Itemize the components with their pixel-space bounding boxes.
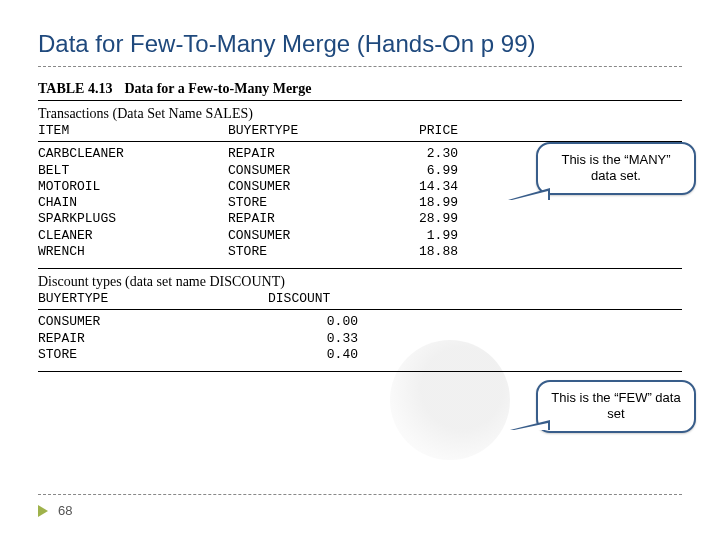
discount-header-buyertype: BUYERTYPE <box>38 291 228 307</box>
table-row: CHAINSTORE18.99 <box>38 195 682 211</box>
callout-few-pointer <box>510 420 550 430</box>
slide-title: Data for Few-To-Many Merge (Hands-On p 9… <box>0 0 720 66</box>
cell: SPARKPLUGS <box>38 211 228 227</box>
sales-header-buyertype: BUYERTYPE <box>228 123 378 139</box>
title-underline <box>38 66 682 67</box>
table-number: TABLE 4.13 <box>38 81 112 97</box>
cell: CONSUMER <box>228 163 378 179</box>
cell: REPAIR <box>38 331 228 347</box>
cell: MOTOROIL <box>38 179 228 195</box>
cell: 0.40 <box>228 347 358 363</box>
callout-few: This is the “FEW” data set <box>536 380 696 433</box>
cell: REPAIR <box>228 146 378 162</box>
page-number: 68 <box>58 503 72 518</box>
discount-rows: CONSUMER0.00 REPAIR0.33 STORE0.40 <box>38 310 682 372</box>
slide-footer: 68 <box>0 494 720 518</box>
table-row: STORE0.40 <box>38 347 682 363</box>
sales-header-price: PRICE <box>378 123 458 139</box>
cell: WRENCH <box>38 244 228 260</box>
cell: STORE <box>228 244 378 260</box>
cell: STORE <box>228 195 378 211</box>
cell: 18.88 <box>378 244 458 260</box>
discount-subhead: Discount types (data set name DISCOUNT) <box>38 269 682 291</box>
table-row: SPARKPLUGSREPAIR28.99 <box>38 211 682 227</box>
cell: 14.34 <box>378 179 458 195</box>
table-description: Data for a Few-to-Many Merge <box>124 81 311 97</box>
cell: 6.99 <box>378 163 458 179</box>
cell: 1.99 <box>378 228 458 244</box>
sales-header-item: ITEM <box>38 123 228 139</box>
cell: CONSUMER <box>228 179 378 195</box>
table-row: WRENCHSTORE18.88 <box>38 244 682 260</box>
cell: REPAIR <box>228 211 378 227</box>
callout-many: This is the “MANY” data set. <box>536 142 696 195</box>
cell: CONSUMER <box>228 228 378 244</box>
discount-header-row: BUYERTYPE DISCOUNT <box>38 291 682 310</box>
table-row: CONSUMER0.00 <box>38 314 682 330</box>
cell: STORE <box>38 347 228 363</box>
cell: 0.00 <box>228 314 358 330</box>
cell: 2.30 <box>378 146 458 162</box>
cell: CHAIN <box>38 195 228 211</box>
cell: CLEANER <box>38 228 228 244</box>
footer-line: 68 <box>38 494 682 518</box>
table-caption: TABLE 4.13 Data for a Few-to-Many Merge <box>38 77 682 101</box>
table-row: REPAIR0.33 <box>38 331 682 347</box>
cell: 18.99 <box>378 195 458 211</box>
cell: CARBCLEANER <box>38 146 228 162</box>
callout-many-pointer <box>508 188 550 200</box>
discount-header-discount: DISCOUNT <box>228 291 358 307</box>
sales-subhead: Transactions (Data Set Name SALES) <box>38 101 682 123</box>
table-row: CLEANERCONSUMER1.99 <box>38 228 682 244</box>
cell: 28.99 <box>378 211 458 227</box>
slide-content: TABLE 4.13 Data for a Few-to-Many Merge … <box>0 77 720 372</box>
cell: BELT <box>38 163 228 179</box>
cell: 0.33 <box>228 331 358 347</box>
footer-marker-icon <box>38 505 48 517</box>
sales-header-row: ITEM BUYERTYPE PRICE <box>38 123 682 142</box>
cell: CONSUMER <box>38 314 228 330</box>
